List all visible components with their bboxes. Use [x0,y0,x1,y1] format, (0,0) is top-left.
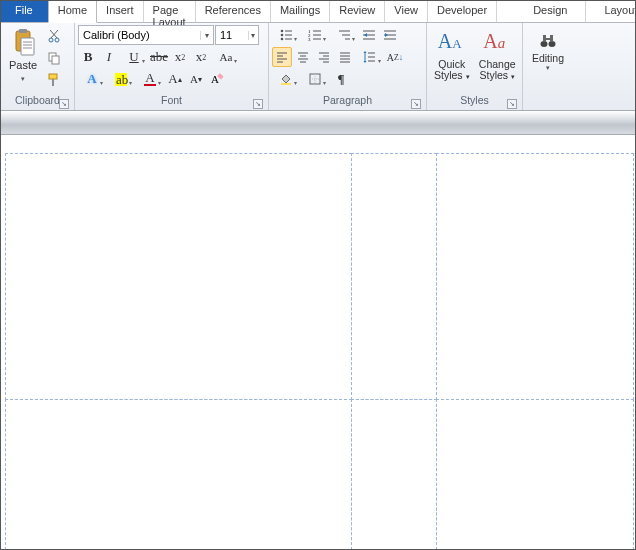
paragraph-dialog-launcher[interactable]: ↘ [411,99,421,109]
font-color-button[interactable]: A [136,69,164,89]
group-font: ▾ ▾ B I U abe x2 x2 Aa A ab A A▴ [75,23,269,110]
ruler-strip [1,111,635,135]
svg-text:3: 3 [308,37,311,42]
tab-view[interactable]: View [385,1,428,22]
quick-styles-button[interactable]: AA Quick Styles ▾ [430,25,474,85]
svg-marker-34 [364,33,367,37]
tab-insert[interactable]: Insert [97,1,144,22]
increase-indent-button[interactable] [380,25,400,45]
tab-mailings[interactable]: Mailings [271,1,330,22]
svg-rect-60 [281,83,291,85]
font-dialog-launcher[interactable]: ↘ [253,99,263,109]
svg-rect-66 [543,35,546,42]
document-area[interactable] [1,135,635,549]
table-cell[interactable] [436,399,634,550]
copy-icon [47,51,61,67]
font-size-input[interactable] [216,29,248,41]
paste-dropdown-icon [21,71,25,83]
svg-line-9 [50,30,57,38]
text-effects-button[interactable]: A [78,69,106,89]
clear-formatting-button[interactable]: A [207,69,227,89]
styles-dialog-launcher[interactable]: ↘ [507,99,517,109]
cut-button[interactable] [44,27,64,47]
bold-button[interactable]: B [78,47,98,67]
editing-button[interactable]: Editing ▾ [527,25,569,75]
copy-button[interactable] [44,49,64,69]
chevron-down-icon: ▾ [248,31,258,40]
svg-marker-58 [364,51,367,53]
paste-button[interactable]: Paste [4,25,42,86]
underline-button[interactable]: U [120,47,148,67]
svg-rect-12 [49,74,57,79]
group-editing: Editing ▾ [523,23,573,110]
ribbon: Paste [1,23,635,111]
table-cell[interactable] [5,153,352,400]
numbering-button[interactable]: 123 [301,25,329,45]
font-name-input[interactable] [79,29,200,41]
tab-references[interactable]: References [196,1,271,22]
shading-button[interactable] [272,69,300,89]
multilevel-list-button[interactable] [330,25,358,45]
svg-point-7 [55,38,59,42]
align-center-button[interactable] [293,47,313,67]
tab-page-layout[interactable]: Page Layout [144,1,196,22]
table-cell[interactable] [436,153,634,400]
group-paragraph: 123 [269,23,427,110]
table-cell[interactable] [351,399,437,550]
tab-home[interactable]: Home [48,1,97,23]
font-group-label: Font [161,94,182,106]
bullets-button[interactable] [272,25,300,45]
font-size-combo[interactable]: ▾ [215,25,259,45]
paragraph-group-label: Paragraph [323,94,372,106]
tab-tools-layout[interactable]: Layout [586,1,636,22]
clipboard-paste-icon [9,28,37,58]
change-case-button[interactable]: Aa [212,47,240,67]
clipboard-group-label: Clipboard [15,94,60,106]
paste-label: Paste [9,59,37,71]
svg-rect-13 [52,79,54,86]
group-clipboard: Paste [1,23,75,110]
svg-point-20 [281,38,284,41]
tab-developer[interactable]: Developer [428,1,497,22]
justify-button[interactable] [335,47,355,67]
font-name-combo[interactable]: ▾ [78,25,214,45]
svg-rect-1 [19,29,27,33]
styles-group-label: Styles [460,94,489,106]
table-cell[interactable] [351,153,437,400]
format-painter-button[interactable] [44,71,64,91]
grow-font-button[interactable]: A▴ [165,69,185,89]
ribbon-tabstrip: File Home Insert Page Layout References … [1,1,635,23]
italic-button[interactable]: I [99,47,119,67]
binoculars-icon [539,28,557,52]
quick-styles-icon: AA [438,28,466,58]
change-styles-icon: Aa [483,28,511,58]
editing-label: Editing [532,53,564,64]
clipboard-dialog-launcher[interactable]: ↘ [59,99,69,109]
quick-styles-label: Quick Styles ▾ [433,59,471,82]
tab-tools-design[interactable]: Design [515,1,586,22]
change-styles-button[interactable]: Aa Change Styles ▾ [476,25,520,85]
table[interactable] [5,153,633,549]
group-styles: AA Quick Styles ▾ Aa Change Styles ▾ Sty… [427,23,523,110]
svg-rect-68 [546,38,550,40]
show-hide-marks-button[interactable]: ¶ [331,69,351,89]
tab-file[interactable]: File [1,1,48,22]
tab-review[interactable]: Review [330,1,385,22]
chevron-down-icon: ▾ [200,31,213,40]
line-spacing-button[interactable] [356,47,384,67]
decrease-indent-button[interactable] [359,25,379,45]
svg-rect-2 [21,38,34,55]
strikethrough-button[interactable]: abe [149,47,169,67]
scissors-icon [47,29,61,45]
align-right-button[interactable] [314,47,334,67]
superscript-button[interactable]: x2 [191,47,211,67]
sort-button[interactable]: AZ↓ [385,47,405,67]
svg-rect-11 [52,56,59,64]
shrink-font-button[interactable]: A▾ [186,69,206,89]
align-left-button[interactable] [272,47,292,67]
borders-button[interactable] [301,69,329,89]
table-cell[interactable] [5,399,352,550]
subscript-button[interactable]: x2 [170,47,190,67]
tab-spacer [497,1,515,22]
highlight-button[interactable]: ab [107,69,135,89]
